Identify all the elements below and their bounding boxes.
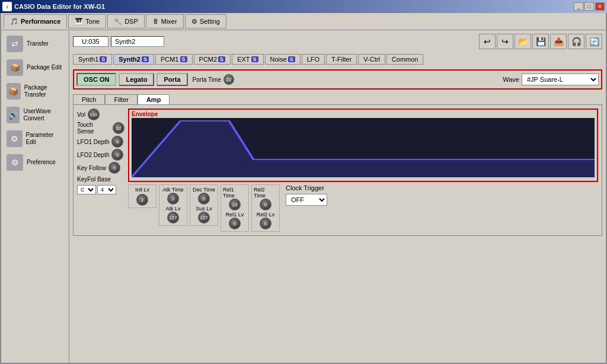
save-button[interactable]: 💾 <box>532 34 549 49</box>
dec-time-row: Dec Time 0 <box>192 187 216 205</box>
tab-mixer[interactable]: 🎚 Mixer <box>146 14 184 28</box>
sub-tab-filter[interactable]: Filter <box>105 94 137 104</box>
envelope-graph <box>132 118 595 177</box>
lfo2-depth-knob[interactable]: 0 <box>111 149 123 161</box>
synth-tab-pcm1[interactable]: PCM1 S <box>155 54 193 65</box>
clock-trigger-select[interactable]: OFF ON <box>286 194 327 206</box>
touch-sense-label: Touch Sense <box>77 122 110 135</box>
close-button[interactable]: ✕ <box>595 2 605 11</box>
clock-trigger-label: Clock Trigger <box>286 184 327 191</box>
synth-tab-ext[interactable]: EXT S <box>232 54 263 65</box>
sidebar-item-preference[interactable]: ⚙ Preference <box>2 151 68 174</box>
sidebar-label-preference: Preference <box>27 159 56 166</box>
sidebar-item-parameter-edit[interactable]: ⚙ Parameter Edit <box>2 127 68 150</box>
sub-tabs: Pitch Filter Amp <box>73 94 602 104</box>
sub-tab-amp[interactable]: Amp <box>138 94 170 104</box>
open-button[interactable]: 📂 <box>515 34 531 49</box>
keyfol-octave-select[interactable]: 435 <box>97 185 116 194</box>
keyfol-note-select[interactable]: CDEFGAB <box>77 185 96 194</box>
sidebar-label-package-edit: Package Edit <box>27 64 62 71</box>
left-controls: Vol 110 Touch Sense 32 LFO1 Depth 0 LF <box>77 108 124 232</box>
minimize-button[interactable]: _ <box>574 2 583 11</box>
rel1-time-knob[interactable]: 13 <box>229 199 241 210</box>
userwave-icon: 🔊 <box>7 107 20 123</box>
synth-tab-lfo[interactable]: LFO <box>302 54 325 65</box>
porta-button[interactable]: Porta <box>156 73 187 86</box>
maximize-button[interactable]: □ <box>584 2 594 11</box>
synth-tab-synth1[interactable]: Synth1 S <box>73 54 112 65</box>
atk-time-knob[interactable]: 1 <box>167 193 179 205</box>
synth-tab-common[interactable]: Common <box>386 54 424 65</box>
redo-button[interactable]: ↪ <box>497 34 513 49</box>
tab-setting[interactable]: ⚙ Setting <box>185 14 226 28</box>
refresh-button[interactable]: 🔄 <box>586 34 602 49</box>
dec-time-knob[interactable]: 0 <box>198 193 210 205</box>
sidebar-item-userwave-convert[interactable]: 🔊 UserWave Convert <box>2 104 68 126</box>
preset-name-input[interactable] <box>111 36 164 47</box>
keyfol-base-controls: CDEFGAB 435 <box>77 185 124 194</box>
synth-tab-tfilter[interactable]: T-Filter <box>326 54 357 65</box>
synth-tabs: Synth1 S Synth2 S PCM1 S PCM2 S EXT S <box>73 54 602 65</box>
sus-lv-knob[interactable]: 127 <box>198 212 210 223</box>
envelope-container: Envelope <box>128 108 598 182</box>
preset-id: U:035 <box>73 36 108 47</box>
synth-tab-pcm2[interactable]: PCM2 S <box>194 54 231 65</box>
rel2-lv-knob[interactable]: 0 <box>260 218 271 229</box>
package-edit-icon: 📦 <box>7 59 23 76</box>
lfo1-depth-row: LFO1 Depth 0 <box>77 136 124 148</box>
synth-tab-vctrl[interactable]: V-Ctrl <box>358 54 385 65</box>
synth-tab-synth2[interactable]: Synth2 S <box>113 54 154 65</box>
sub-tab-area: Pitch Filter Amp Vol 110 Touch Sense 32 <box>73 94 602 236</box>
sus-lv-row: Sus Lv 127 <box>192 206 216 223</box>
atk-lv-knob[interactable]: 127 <box>167 212 179 223</box>
synth-tab-noise[interactable]: Noise S <box>265 54 301 65</box>
osc-area: OSC ON Legato Porta Porta Time 22 Wave #… <box>73 69 602 90</box>
key-follow-label: Key Follow <box>77 165 106 171</box>
init-lv-label: Init Lv <box>135 187 149 193</box>
legato-button[interactable]: Legato <box>119 73 154 86</box>
sub-tab-pitch[interactable]: Pitch <box>73 94 105 104</box>
keyfol-base-row: KeyFol Base <box>77 176 124 183</box>
wave-select[interactable]: #JP Suare-L Sine Square Triangle Saw <box>522 74 599 85</box>
lfo1-depth-label: LFO1 Depth <box>77 139 109 145</box>
tab-tone[interactable]: 🎹 Tone <box>68 14 106 28</box>
wave-label: Wave <box>503 76 519 83</box>
rel2-time-label: Rel2 Time <box>254 187 277 199</box>
app-icon: ♪ <box>2 2 12 11</box>
atk-time-row: Atk Time 1 <box>161 187 185 205</box>
lfo2-depth-row: LFO2 Depth 0 <box>77 149 124 161</box>
transfer-icon: ⇄ <box>7 36 23 52</box>
rel1-group: Rel1 Time 13 Rel1 Lv 0 <box>221 184 249 232</box>
lfo2-depth-label: LFO2 Depth <box>77 152 109 158</box>
tab-dsp[interactable]: 🔧 DSP <box>107 14 145 28</box>
porta-time-knob[interactable]: 22 <box>223 74 234 85</box>
headphone-button[interactable]: 🎧 <box>568 34 584 49</box>
sidebar-label-package-transfer: Package Transfer <box>24 84 63 98</box>
atk-lv-row: Atk Lv 127 <box>161 206 185 223</box>
amp-panel: Vol 110 Touch Sense 32 LFO1 Depth 0 LF <box>73 104 602 236</box>
sus-lv-label: Sus Lv <box>196 206 212 212</box>
sidebar-item-transfer[interactable]: ⇄ Transfer <box>2 33 68 55</box>
vol-knob[interactable]: 110 <box>88 108 100 120</box>
dec-sus-group: Dec Time 0 Sus Lv 127 <box>190 184 218 226</box>
export-button[interactable]: 📤 <box>550 34 567 49</box>
osc-on-button[interactable]: OSC ON <box>76 73 116 86</box>
init-lv-knob[interactable]: 2 <box>136 194 148 206</box>
rel2-time-knob[interactable]: 0 <box>260 199 271 210</box>
title-bar: ♪ CASIO Data Editor for XW-G1 _ □ ✕ <box>0 0 607 13</box>
sidebar-item-package-edit[interactable]: 📦 Package Edit <box>2 56 68 79</box>
sidebar-item-package-transfer[interactable]: 📦 Package Transfer <box>2 80 68 103</box>
clock-trigger-area: Clock Trigger OFF ON <box>286 184 327 206</box>
tab-performance[interactable]: 🎵 Performance <box>4 14 67 28</box>
rel1-lv-knob[interactable]: 0 <box>229 218 241 229</box>
atk-group: Atk Time 1 Atk Lv 127 <box>159 184 187 226</box>
main-window: 🎵 Performance 🎹 Tone 🔧 DSP 🎚 Mixer ⚙ Set… <box>0 13 607 364</box>
sidebar-label-parameter-edit: Parameter Edit <box>26 132 63 146</box>
rel1-time-row: Rel1 Time 13 <box>223 187 247 210</box>
key-follow-knob[interactable]: 0 <box>108 162 120 174</box>
dec-time-label: Dec Time <box>193 187 215 193</box>
lfo1-depth-knob[interactable]: 0 <box>111 136 123 148</box>
undo-button[interactable]: ↩ <box>479 34 496 49</box>
mixer-tab-icon: 🎚 <box>152 18 159 25</box>
touch-sense-knob[interactable]: 32 <box>113 122 124 134</box>
